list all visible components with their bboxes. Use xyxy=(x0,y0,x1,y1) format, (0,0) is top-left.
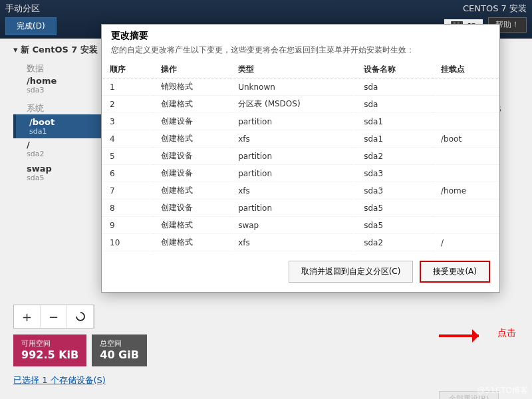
tree-item-device: sda5 xyxy=(27,174,106,182)
available-space-box: 可用空间 992.5 KiB xyxy=(13,334,86,366)
table-row[interactable]: 2创建格式分区表 (MSDOS)sda xyxy=(102,96,499,113)
col-type: 类型 xyxy=(230,61,356,78)
tree-item-name: swap xyxy=(27,164,106,174)
col-mount: 挂载点 xyxy=(433,61,499,78)
tree-item-device: sda3 xyxy=(27,86,106,94)
available-space-label: 可用空间 xyxy=(21,338,78,348)
install-title: CENTOS 7 安装 xyxy=(463,3,527,15)
accept-button[interactable]: 接受更改(A) xyxy=(420,261,490,283)
tree-item[interactable]: /homesda3 xyxy=(13,74,106,98)
tree-section-label: 系统 xyxy=(13,102,106,114)
total-space-value: 40 GiB xyxy=(100,348,139,361)
reload-button[interactable] xyxy=(67,305,94,328)
table-row[interactable]: 6创建设备partitionsda3 xyxy=(102,165,499,182)
add-partition-button[interactable]: + xyxy=(14,305,41,328)
col-operation: 操作 xyxy=(153,61,230,78)
summary-dialog: 更改摘要 您的自定义更改将产生以下变更，这些变更将会在您返回到主菜单并开始安装时… xyxy=(101,24,500,293)
reload-icon xyxy=(74,310,87,323)
remove-partition-button[interactable]: − xyxy=(41,305,67,328)
tree-header[interactable]: ▾ 新 CentOS 7 安装 xyxy=(13,39,106,59)
col-device: 设备名称 xyxy=(356,61,433,78)
tree-item-device: sda1 xyxy=(29,127,104,136)
tree-item-name: /home xyxy=(27,76,106,86)
tree-item[interactable]: /bootsda1 xyxy=(13,114,106,138)
annotation-arrow xyxy=(439,331,492,340)
table-row[interactable]: 5创建设备partitionsda2 xyxy=(102,148,499,165)
available-space-value: 992.5 KiB xyxy=(21,348,78,361)
annotation-label: 点击 xyxy=(497,327,516,339)
tree-item-name: /boot xyxy=(29,117,104,127)
page-title: 手动分区 xyxy=(5,3,40,15)
dialog-description: 您的自定义更改将产生以下变更，这些变更将会在您返回到主菜单并开始安装时生效： xyxy=(102,42,499,61)
table-row[interactable]: 3创建设备partitionsda1 xyxy=(102,113,499,130)
partition-toolbar: + − xyxy=(13,305,94,329)
table-row[interactable]: 8创建设备partitionsda5 xyxy=(102,200,499,217)
dialog-title: 更改摘要 xyxy=(111,30,490,42)
table-row[interactable]: 10创建格式xfssda2/ xyxy=(102,234,499,251)
tree-item[interactable]: /sda2 xyxy=(13,138,106,162)
table-row[interactable]: 7创建格式xfssda3/home xyxy=(102,182,499,200)
col-order: 顺序 xyxy=(102,61,153,78)
storage-devices-link[interactable]: 已选择 1 个存储设备(S) xyxy=(13,374,106,386)
partition-tree: ▾ 新 CentOS 7 安装 数据/homesda3系统/bootsda1/s… xyxy=(13,39,106,186)
table-row[interactable]: 1销毁格式Unknownsda xyxy=(102,78,499,96)
table-row[interactable]: 4创建格式xfssda1/boot xyxy=(102,130,499,148)
watermark: @51CTO博客 xyxy=(477,385,528,396)
tree-section-label: 数据 xyxy=(13,63,106,74)
tree-item-name: / xyxy=(27,140,106,150)
cancel-button[interactable]: 取消并返回到自定义分区(C) xyxy=(289,261,414,283)
tree-item-device: sda2 xyxy=(27,150,106,158)
table-row[interactable]: 9创建格式swapsda5 xyxy=(102,217,499,234)
done-button[interactable]: 完成(D) xyxy=(5,17,57,35)
total-space-box: 总空间 40 GiB xyxy=(92,334,147,366)
changes-table: 顺序 操作 类型 设备名称 挂载点 1销毁格式Unknownsda2创建格式分区… xyxy=(102,61,499,251)
total-space-label: 总空间 xyxy=(100,338,139,348)
tree-item[interactable]: swapsda5 xyxy=(13,162,106,186)
